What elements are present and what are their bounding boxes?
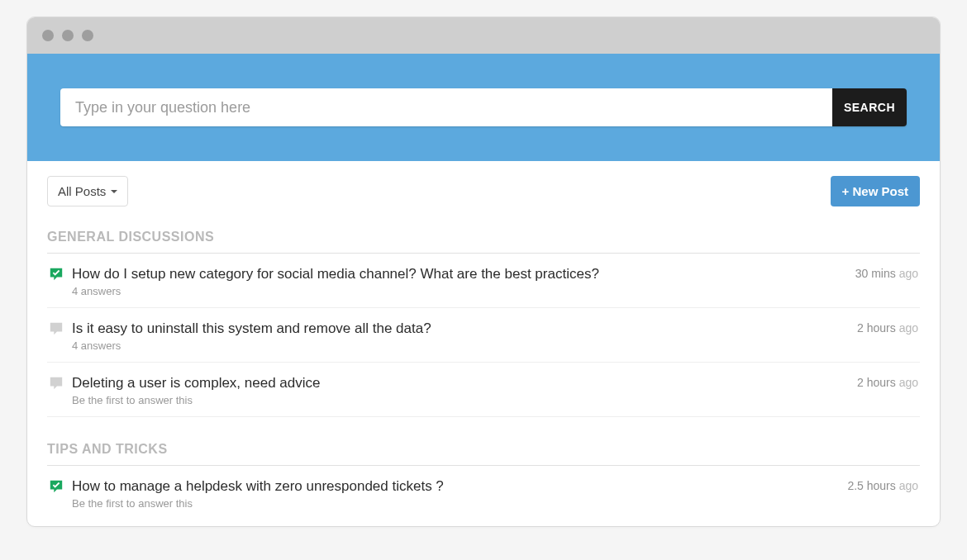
answered-check-icon xyxy=(49,479,64,494)
comment-icon xyxy=(49,321,64,336)
post-subtext: Be the first to answer this xyxy=(72,497,839,510)
browser-window: SEARCH All Posts + New Post GENERAL DISC… xyxy=(26,17,941,527)
section-title: TIPS AND TRICKS xyxy=(47,442,920,465)
comment-icon xyxy=(49,376,64,391)
section-title: GENERAL DISCUSSIONS xyxy=(47,230,920,253)
toolbar: All Posts + New Post xyxy=(27,161,940,213)
filter-dropdown[interactable]: All Posts xyxy=(47,176,128,206)
post-time: 2 hours ago xyxy=(857,320,918,352)
post-main: Deleting a user is complex, need adviceB… xyxy=(72,374,849,406)
post-time: 2.5 hours ago xyxy=(847,477,918,510)
post-time: 30 mins ago xyxy=(855,265,918,297)
filter-label: All Posts xyxy=(58,184,106,198)
post-subtext: 4 answers xyxy=(72,285,847,297)
post-title: How to manage a helpdesk with zero unres… xyxy=(72,477,839,496)
post-title: Is it easy to uninstall this system and … xyxy=(72,320,849,338)
answered-check-icon xyxy=(49,267,64,282)
new-post-button[interactable]: + New Post xyxy=(831,176,920,206)
post-subtext: Be the first to answer this xyxy=(72,394,849,406)
post-row[interactable]: How do I setup new category for social m… xyxy=(47,254,920,308)
window-dot-1 xyxy=(42,30,54,41)
chevron-down-icon xyxy=(111,190,117,193)
post-subtext: 4 answers xyxy=(72,339,849,352)
search-row: SEARCH xyxy=(60,88,907,126)
post-row[interactable]: How to manage a helpdesk with zero unres… xyxy=(47,466,920,520)
content: GENERAL DISCUSSIONSHow do I setup new ca… xyxy=(27,213,940,526)
search-banner: SEARCH xyxy=(27,54,940,161)
search-button[interactable]: SEARCH xyxy=(832,88,907,126)
post-main: How do I setup new category for social m… xyxy=(72,265,847,297)
post-title: Deleting a user is complex, need advice xyxy=(72,374,849,392)
search-input[interactable] xyxy=(60,88,832,126)
post-row[interactable]: Deleting a user is complex, need adviceB… xyxy=(47,363,920,417)
window-dot-2 xyxy=(62,30,74,41)
titlebar xyxy=(27,17,940,54)
post-title: How do I setup new category for social m… xyxy=(72,265,847,283)
post-row[interactable]: Is it easy to uninstall this system and … xyxy=(47,308,920,363)
post-time: 2 hours ago xyxy=(857,374,918,406)
post-main: How to manage a helpdesk with zero unres… xyxy=(72,477,839,510)
window-dot-3 xyxy=(82,30,93,41)
post-main: Is it easy to uninstall this system and … xyxy=(72,320,849,352)
